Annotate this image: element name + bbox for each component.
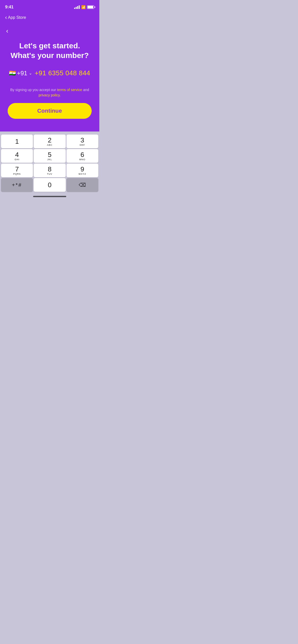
home-bar: [33, 196, 66, 197]
key-3[interactable]: 3 DEF: [66, 135, 98, 148]
status-icons: 📶: [74, 5, 94, 9]
key-6[interactable]: 6 MNO: [66, 149, 98, 163]
page-wrapper: 9:41 📶 ‹ App Store ‹ Let's get started. …: [0, 0, 99, 215]
backspace-icon: ⌫: [79, 182, 86, 188]
status-bar: 9:41 📶: [0, 0, 99, 12]
continue-button[interactable]: Continue: [8, 103, 92, 119]
key-symbols[interactable]: +*#: [1, 178, 33, 192]
dropdown-arrow-icon: ⌄: [29, 71, 32, 76]
back-chevron-row: ‹: [0, 23, 99, 35]
key-9[interactable]: 9 WXYZ: [66, 164, 98, 177]
key-4[interactable]: 4 GHI: [1, 149, 33, 163]
top-nav: ‹ App Store: [0, 12, 99, 23]
country-code: +91: [17, 70, 27, 77]
key-8[interactable]: 8 TUV: [34, 164, 65, 177]
status-time: 9:41: [5, 5, 13, 10]
home-indicator: [0, 194, 99, 200]
terms-text: By signing up you accept our terms of se…: [8, 87, 92, 98]
back-chevron-icon[interactable]: ‹: [6, 27, 8, 35]
phone-row: 🇮🇳 +91 ⌄ +91 6355 048 844: [8, 69, 92, 77]
key-5[interactable]: 5 JKL: [34, 149, 65, 163]
terms-suffix: .: [60, 93, 61, 97]
main-content: Let's get started. What's your number? 🇮…: [0, 35, 99, 126]
terms-prefix: By signing up you accept our: [10, 88, 57, 92]
phone-number[interactable]: +91 6355 048 844: [35, 69, 90, 77]
terms-middle: and: [82, 88, 89, 92]
key-1[interactable]: 1: [1, 135, 33, 148]
back-button[interactable]: ‹ App Store: [5, 14, 26, 21]
back-arrow-icon: ‹: [5, 14, 7, 21]
country-selector[interactable]: 🇮🇳 +91 ⌄: [9, 70, 32, 77]
headline: Let's get started. What's your number?: [8, 41, 92, 60]
country-flag: 🇮🇳: [9, 70, 16, 77]
wifi-icon: 📶: [81, 5, 86, 9]
keyboard-area: 1 2 ABC 3 DEF 4 GHI 5 JKL 6 MNO: [0, 131, 99, 194]
terms-of-service-link[interactable]: terms of service: [57, 88, 82, 92]
keyboard-grid: 1 2 ABC 3 DEF 4 GHI 5 JKL 6 MNO: [1, 135, 98, 192]
battery-icon: [87, 5, 94, 9]
purple-section: ‹ Let's get started. What's your number?…: [0, 23, 99, 131]
key-7[interactable]: 7 PQRS: [1, 164, 33, 177]
app-store-label: App Store: [8, 15, 26, 20]
key-0[interactable]: 0: [34, 178, 65, 192]
signal-icon: [74, 5, 80, 9]
key-backspace[interactable]: ⌫: [66, 178, 98, 192]
privacy-policy-link[interactable]: privacy policy: [39, 93, 60, 97]
key-2[interactable]: 2 ABC: [34, 135, 65, 148]
